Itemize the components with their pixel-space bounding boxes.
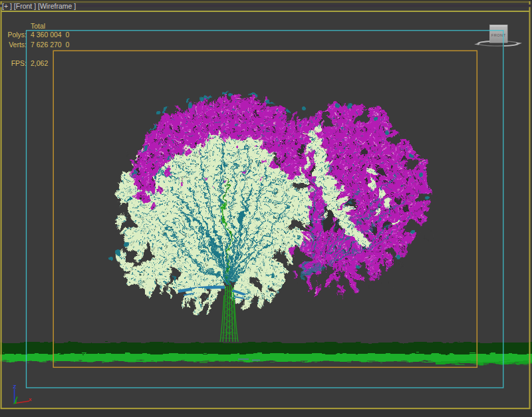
svg-text:x: x: [29, 396, 32, 402]
svg-text:Polys:: Polys:: [7, 31, 27, 39]
svg-text:Total: Total: [31, 22, 45, 30]
svg-text:Verts:: Verts:: [9, 41, 27, 49]
svg-text:4 360 004 0: 4 360 004 0: [31, 31, 70, 39]
svg-text:FPS:: FPS:: [11, 59, 27, 67]
svg-text:[+ ] [Front ] [Wireframe ]: [+ ] [Front ] [Wireframe ]: [2, 2, 76, 10]
svg-text:2,062: 2,062: [31, 59, 48, 67]
svg-text:7 626 270 0: 7 626 270 0: [31, 41, 70, 49]
svg-text:Z: Z: [13, 384, 17, 390]
